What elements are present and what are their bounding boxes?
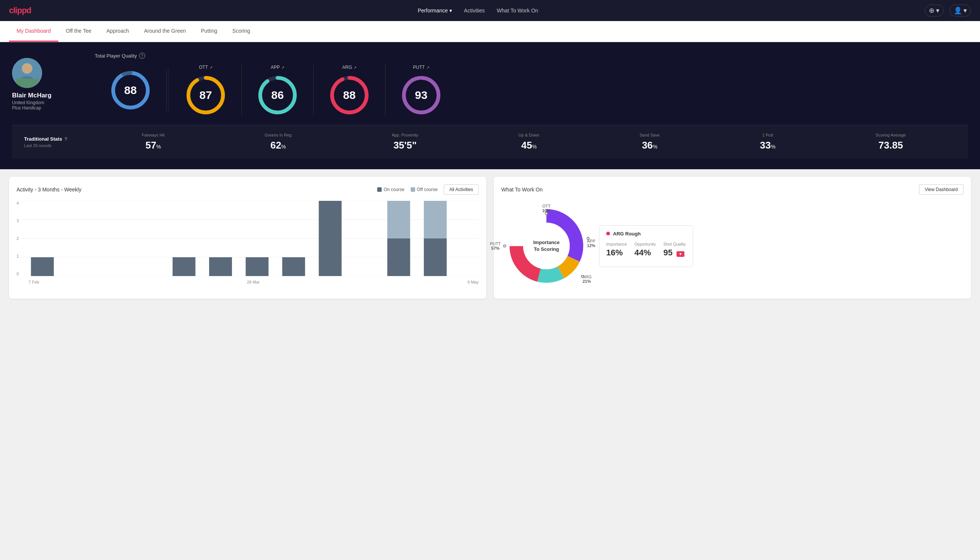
red-flag-icon: ▼: [677, 251, 685, 257]
nav-performance[interactable]: Performance ▾: [418, 8, 452, 13]
tab-putting[interactable]: Putting: [193, 21, 225, 42]
help-icon[interactable]: ?: [139, 53, 145, 59]
player-info: Blair McHarg United Kingdom Plus Handica…: [12, 58, 95, 110]
legend-on-course: On course: [377, 187, 404, 192]
hero-section: Blair McHarg United Kingdom Plus Handica…: [0, 42, 980, 169]
tab-scoring[interactable]: Scoring: [225, 21, 258, 42]
svg-rect-21: [173, 257, 196, 276]
score-card-app: APP ↗ 86: [242, 65, 314, 116]
pink-indicator: [606, 232, 610, 235]
stats-subtitle: Last 20 rounds: [24, 143, 92, 148]
svg-rect-28: [424, 238, 447, 276]
info-card-title: ARG Rough: [606, 231, 686, 237]
tab-my-dashboard[interactable]: My Dashboard: [9, 21, 58, 42]
ott-label: OTT ↗: [199, 65, 213, 70]
player-handicap: Plus Handicap: [12, 105, 41, 110]
metric-opportunity: Opportunity 44%: [634, 242, 656, 258]
chart-x-labels: 7 Feb 28 Mar 9 May: [17, 278, 479, 284]
help-icon-stats[interactable]: ?: [64, 136, 67, 142]
svg-rect-27: [387, 201, 410, 238]
ring-app: 86: [257, 75, 298, 116]
svg-rect-29: [424, 201, 447, 238]
stat-items: Fairways Hit 57% Greens In Reg 62% App. …: [92, 133, 956, 151]
svg-rect-3: [16, 78, 38, 88]
activity-card-header: Activity - 3 Months - Weekly On course O…: [17, 184, 479, 195]
player-name: Blair McHarg: [12, 92, 52, 99]
tpq-section: Total Player Quality ? 88: [95, 53, 968, 116]
bar-chart: [22, 201, 479, 276]
arrow-icon: ↗: [210, 65, 213, 70]
nav-what-to-work-on[interactable]: What To Work On: [497, 8, 538, 13]
svg-rect-23: [246, 257, 268, 276]
ring-putt: 93: [401, 75, 442, 116]
score-value-ott: 87: [199, 89, 212, 102]
chart-legend: On course Off course: [377, 187, 438, 192]
chevron-down-icon: ▾: [936, 7, 939, 15]
score-card-ott: OTT ↗ 87: [170, 65, 242, 116]
svg-rect-20: [31, 257, 54, 276]
stat-1-putt: 1 Putt 33%: [760, 133, 775, 151]
all-activities-button[interactable]: All Activities: [444, 184, 479, 195]
ott-indicator-dot: [545, 212, 548, 215]
score-value-putt: 93: [415, 89, 427, 102]
tab-approach[interactable]: Approach: [99, 21, 136, 42]
tabs-bar: My Dashboard Off the Tee Approach Around…: [0, 21, 980, 42]
svg-rect-22: [209, 257, 232, 276]
arrow-icon: ↗: [281, 65, 284, 70]
tab-off-the-tee[interactable]: Off the Tee: [58, 21, 99, 42]
stats-info: Traditional Stats ? Last 20 rounds: [24, 136, 92, 148]
off-course-dot: [411, 187, 415, 192]
traditional-stats: Traditional Stats ? Last 20 rounds Fairw…: [12, 125, 968, 159]
score-card-overall: 88: [95, 70, 166, 111]
ring-arg: 88: [329, 75, 370, 116]
donut-label-app: APP12%: [587, 239, 595, 248]
profile-button[interactable]: 👤 ▾: [950, 5, 971, 17]
legend-off-course: Off course: [411, 187, 438, 192]
tpq-label: Total Player Quality ?: [95, 53, 968, 59]
metric-importance: Importance 16%: [606, 242, 627, 258]
svg-rect-24: [283, 257, 305, 276]
nav-right: ⊕ ▾ 👤 ▾: [925, 5, 971, 17]
donut-label-putt: PUTT57%: [490, 242, 501, 250]
metric-shot-quality: Shot Quality 95 ▼: [663, 242, 686, 258]
arg-indicator-dot: [581, 275, 584, 278]
work-on-content: ImportanceTo Scoring OTT10% APP12% ARG21…: [501, 201, 963, 291]
stat-fairways-hit: Fairways Hit 57%: [142, 133, 165, 151]
svg-rect-25: [319, 201, 342, 276]
work-on-title: What To Work On: [501, 187, 542, 193]
app-label: APP ↗: [271, 65, 284, 70]
stat-scoring-average: Scoring Average 73.85: [875, 133, 906, 151]
score-value-arg: 88: [343, 89, 355, 102]
arg-rough-info-card: ARG Rough Importance 16% Opportunity 44%…: [599, 225, 693, 267]
add-button[interactable]: ⊕ ▾: [925, 5, 943, 17]
putt-label: PUTT ↗: [413, 65, 429, 70]
arrow-icon: ↗: [426, 65, 429, 70]
ring-ott: 87: [185, 75, 226, 116]
stats-title: Traditional Stats ?: [24, 136, 92, 142]
stat-sand-save: Sand Save 36%: [640, 133, 660, 151]
svg-rect-26: [387, 238, 410, 276]
player-quality-row: Blair McHarg United Kingdom Plus Handica…: [12, 53, 968, 116]
view-dashboard-button[interactable]: View Dashboard: [919, 184, 963, 195]
ring-overall: 88: [110, 70, 151, 111]
arg-label: ARG ↗: [342, 65, 356, 70]
work-on-card: What To Work On View Dashboard: [494, 177, 971, 298]
on-course-dot: [377, 187, 382, 192]
logo: clippd: [9, 6, 31, 15]
arrow-icon: ↗: [353, 65, 356, 70]
stat-up-and-down: Up & Down 45%: [519, 133, 540, 151]
putt-indicator-dot: [503, 245, 506, 247]
nav-links: Performance ▾ Activities What To Work On: [418, 8, 538, 13]
app-indicator-dot: [587, 237, 590, 240]
chevron-down-icon: ▾: [449, 8, 452, 13]
user-icon: 👤: [954, 7, 962, 15]
work-on-header: What To Work On View Dashboard: [501, 184, 963, 195]
score-card-putt: PUTT ↗ 93: [386, 65, 457, 116]
score-card-arg: ARG ↗ 88: [314, 65, 386, 116]
tab-around-the-green[interactable]: Around the Green: [136, 21, 193, 42]
player-country: United Kingdom: [12, 100, 44, 105]
info-metrics: Importance 16% Opportunity 44% Shot Qual…: [606, 242, 686, 258]
chevron-down-icon: ▾: [963, 7, 967, 15]
avatar: [12, 58, 42, 88]
nav-activities[interactable]: Activities: [464, 8, 485, 13]
